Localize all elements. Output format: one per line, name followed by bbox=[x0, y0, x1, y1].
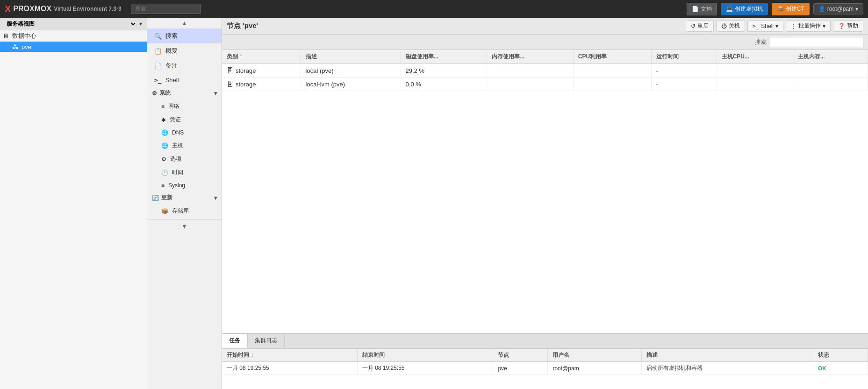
tab-cluster-log[interactable]: 集群日志 bbox=[248, 334, 285, 348]
restart-button[interactable]: ↺ 重启 bbox=[686, 20, 714, 32]
cell-host-mem bbox=[793, 64, 868, 78]
nav-item-syslog[interactable]: ≡ Syslog bbox=[147, 179, 222, 191]
nav-item-network[interactable]: ≡ 网络 bbox=[147, 99, 222, 113]
nav-divider bbox=[147, 219, 222, 219]
network-icon: ≡ bbox=[161, 103, 165, 110]
cell-disk-usage: 0.0 % bbox=[401, 78, 487, 91]
content-search-input[interactable] bbox=[770, 37, 863, 47]
col-uptime[interactable]: 运行时间 bbox=[651, 50, 717, 64]
bulk-icon: ⋮ bbox=[791, 23, 796, 29]
col-desc-bottom[interactable]: 描述 bbox=[642, 349, 813, 362]
help-button[interactable]: ❓ 帮助 bbox=[833, 20, 863, 32]
topbar-search-input[interactable] bbox=[131, 4, 201, 14]
options-icon: ⚙ bbox=[161, 156, 166, 163]
content-table: 类别 ↑ 描述 磁盘使用率... 内存使用率... CPU利用率 运行时间 主机… bbox=[222, 50, 868, 91]
shell-button[interactable]: >_ Shell ▾ bbox=[747, 20, 783, 32]
nav-arrow-up[interactable]: ▲ bbox=[147, 18, 222, 28]
tab-tasks[interactable]: 任务 bbox=[222, 334, 248, 348]
storage-repo-icon: 📦 bbox=[161, 208, 168, 214]
nav-section-system[interactable]: ⚙ 系统 ▾ bbox=[147, 87, 222, 99]
search-nav-icon: 🔍 bbox=[154, 33, 162, 40]
col-status[interactable]: 状态 bbox=[813, 349, 868, 362]
col-end-time[interactable]: 结束时间 bbox=[357, 349, 493, 362]
nav-item-host[interactable]: 🌐 主机 bbox=[147, 139, 222, 152]
bulk-actions-button[interactable]: ⋮ 批量操作 ▾ bbox=[786, 20, 831, 32]
cell-end-time: 一月 08 19:25:55 bbox=[357, 362, 493, 375]
table-row[interactable]: storage local (pve) 29.2 % - bbox=[222, 64, 868, 78]
bottom-table-row[interactable]: 一月 08 19:25:55 一月 08 19:25:55 pve root@p… bbox=[222, 362, 868, 375]
shell-btn-icon: >_ bbox=[753, 23, 759, 29]
nav-item-shell[interactable]: >_ Shell bbox=[147, 73, 222, 87]
notes-icon: 📄 bbox=[154, 63, 162, 70]
node-title: 节点 'pve' bbox=[227, 21, 258, 30]
cell-type: storage bbox=[222, 64, 301, 78]
nav-label-time: 时间 bbox=[172, 169, 183, 177]
nav-item-options[interactable]: ⚙ 选项 bbox=[147, 152, 222, 166]
nav-label-host: 主机 bbox=[172, 141, 183, 149]
docs-button[interactable]: 📄 文档 bbox=[687, 3, 717, 15]
cell-uptime: - bbox=[651, 64, 717, 78]
nav-item-credentials[interactable]: ✱ 凭证 bbox=[147, 113, 222, 127]
tree-node-datacenter[interactable]: 🖥 数据中心 bbox=[0, 30, 147, 42]
logo-x-icon: X bbox=[5, 4, 11, 14]
nav-label-storage-repo: 存储库 bbox=[172, 207, 189, 215]
nav-section-updates[interactable]: 🔄 更新 ▾ bbox=[147, 191, 222, 204]
cell-node: pve bbox=[493, 362, 548, 375]
power-icon: ⏻ bbox=[721, 23, 727, 29]
nav-label-search: 搜索 bbox=[165, 32, 178, 40]
nav-item-time[interactable]: 🕐 时间 bbox=[147, 166, 222, 179]
nav-item-summary[interactable]: 📋 概要 bbox=[147, 43, 222, 58]
create-vm-icon: 💻 bbox=[726, 6, 733, 12]
create-ct-button[interactable]: 📦 创建CT bbox=[772, 3, 810, 15]
nav-item-search[interactable]: 🔍 搜索 bbox=[147, 28, 222, 43]
col-disk[interactable]: 磁盘使用率... bbox=[401, 50, 487, 64]
main-layout: 服务器视图 ▾ 🖥 数据中心 🖧 pve ▲ 🔍 搜索 📋 概要 📄 bbox=[0, 18, 868, 389]
col-node[interactable]: 节点 bbox=[493, 349, 548, 362]
cell-username: root@pam bbox=[548, 362, 642, 375]
col-host-cpu[interactable]: 主机CPU... bbox=[717, 50, 793, 64]
nav-label-options: 选项 bbox=[170, 155, 181, 163]
nav-arrow-down[interactable]: ▼ bbox=[147, 221, 222, 232]
cell-status: OK bbox=[813, 362, 868, 375]
nav-item-dns[interactable]: 🌐 DNS bbox=[147, 127, 222, 139]
col-start-time[interactable]: 开始时间 ↓ bbox=[222, 349, 357, 362]
pve-label: pve bbox=[22, 43, 31, 50]
restart-icon: ↺ bbox=[691, 23, 696, 29]
col-username[interactable]: 用户名 bbox=[548, 349, 642, 362]
table-row[interactable]: storage local-lvm (pve) 0.0 % - bbox=[222, 78, 868, 91]
cell-cpu-usage bbox=[573, 64, 651, 78]
pve-node-icon: 🖧 bbox=[12, 43, 19, 50]
nav-item-notes[interactable]: 📄 备注 bbox=[147, 58, 222, 73]
updates-collapse-icon: ▾ bbox=[214, 195, 217, 201]
nav-label-syslog: Syslog bbox=[168, 182, 185, 189]
nav-label-notes: 备注 bbox=[165, 62, 178, 70]
nav-label-shell: Shell bbox=[165, 77, 179, 84]
sidebar: 服务器视图 ▾ 🖥 数据中心 🖧 pve bbox=[0, 18, 147, 389]
nav-item-storage-repo[interactable]: 📦 存储库 bbox=[147, 204, 222, 218]
tree-area: 🖥 数据中心 🖧 pve bbox=[0, 30, 147, 389]
cell-start-time: 一月 08 19:25:55 bbox=[222, 362, 357, 375]
col-type[interactable]: 类别 ↑ bbox=[222, 50, 301, 64]
create-ct-icon: 📦 bbox=[777, 6, 784, 12]
cell-mem-usage bbox=[487, 78, 574, 91]
nav-label-system: 系统 bbox=[159, 89, 171, 97]
col-desc[interactable]: 描述 bbox=[301, 50, 401, 64]
content-toolbar: 节点 'pve' ↺ 重启 ⏻ 关机 >_ Shell ▾ ⋮ 批量操作 bbox=[222, 18, 868, 35]
nav-label-credentials: 凭证 bbox=[170, 116, 181, 124]
create-vm-button[interactable]: 💻 创建虚拟机 bbox=[721, 3, 768, 15]
bottom-tabs: 任务 集群日志 bbox=[222, 334, 868, 349]
bottom-panel: 任务 集群日志 开始时间 ↓ 结束时间 节点 用户名 描述 状态 bbox=[222, 333, 868, 389]
col-host-mem[interactable]: 主机内存... bbox=[793, 50, 868, 64]
view-selector[interactable]: 服务器视图 bbox=[5, 20, 137, 28]
sidebar-header: 服务器视图 ▾ bbox=[0, 18, 147, 30]
docs-icon: 📄 bbox=[692, 6, 699, 12]
tree-node-pve[interactable]: 🖧 pve bbox=[0, 42, 147, 52]
col-cpu[interactable]: CPU利用率 bbox=[573, 50, 651, 64]
shutdown-button[interactable]: ⏻ 关机 bbox=[716, 20, 745, 32]
user-menu[interactable]: 👤 root@pam ▾ bbox=[813, 3, 863, 14]
updates-icon: 🔄 bbox=[152, 195, 159, 201]
col-mem[interactable]: 内存使用率... bbox=[487, 50, 574, 64]
summary-icon: 📋 bbox=[154, 48, 162, 55]
datacenter-icon: 🖥 bbox=[2, 32, 10, 40]
datacenter-label: 数据中心 bbox=[12, 32, 36, 40]
